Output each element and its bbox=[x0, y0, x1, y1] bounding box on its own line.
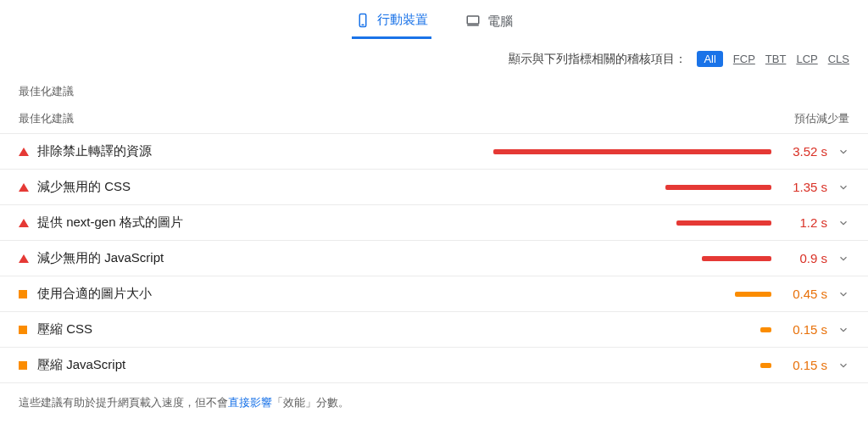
opportunity-row[interactable]: 使用合適的圖片大小0.45 s bbox=[0, 276, 868, 311]
footnote-text-pre: 這些建議有助於提升網頁載入速度，但不會 bbox=[19, 396, 228, 409]
opportunity-row[interactable]: 壓縮 JavaScript0.15 s bbox=[0, 347, 868, 382]
savings-bar bbox=[665, 185, 771, 190]
opportunity-label: 使用合適的圖片大小 bbox=[37, 286, 493, 302]
square-icon bbox=[19, 326, 37, 334]
section-title: 最佳化建議 bbox=[0, 70, 868, 106]
savings-value: 1.35 s bbox=[771, 180, 827, 194]
chevron-down-icon bbox=[827, 324, 849, 336]
savings-value: 0.45 s bbox=[771, 287, 827, 301]
savings-value: 3.52 s bbox=[771, 144, 827, 159]
column-name: 最佳化建議 bbox=[19, 111, 493, 126]
savings-value: 1.2 s bbox=[771, 215, 827, 230]
opportunity-label: 提供 next-gen 格式的圖片 bbox=[37, 215, 493, 231]
savings-bar bbox=[493, 149, 771, 154]
chevron-down-icon bbox=[827, 288, 849, 300]
square-icon bbox=[19, 290, 37, 298]
desktop-icon bbox=[465, 14, 481, 29]
savings-bar-track bbox=[493, 363, 771, 368]
savings-bar-track bbox=[493, 292, 771, 297]
savings-bar-track bbox=[493, 256, 771, 261]
savings-bar-track bbox=[493, 220, 771, 226]
chevron-down-icon bbox=[827, 146, 849, 158]
opportunity-label: 減少無用的 JavaScript bbox=[37, 250, 493, 266]
opportunity-row[interactable]: 壓縮 CSS0.15 s bbox=[0, 311, 868, 347]
footnote: 這些建議有助於提升網頁載入速度，但不會直接影響「效能」分數。 bbox=[0, 382, 868, 417]
opportunity-row[interactable]: 減少無用的 CSS1.35 s bbox=[0, 169, 868, 204]
savings-bar bbox=[702, 256, 771, 261]
savings-bar-track bbox=[493, 327, 771, 332]
opportunity-label: 減少無用的 CSS bbox=[37, 179, 493, 195]
savings-value: 0.15 s bbox=[771, 322, 827, 337]
tab-desktop-label: 電腦 bbox=[487, 14, 513, 30]
metric-filter-label: 顯示與下列指標相關的稽核項目： bbox=[509, 52, 687, 67]
opportunity-row[interactable]: 減少無用的 JavaScript0.9 s bbox=[0, 240, 868, 276]
savings-bar bbox=[760, 363, 771, 368]
device-tabs: 行動裝置 電腦 bbox=[0, 0, 868, 39]
chip-tbt[interactable]: TBT bbox=[765, 53, 787, 65]
opportunity-label: 壓縮 CSS bbox=[37, 321, 493, 337]
savings-bar-track bbox=[493, 149, 771, 154]
footnote-text-post: 「效能」分數。 bbox=[272, 396, 349, 409]
opportunity-row[interactable]: 提供 next-gen 格式的圖片1.2 s bbox=[0, 204, 868, 240]
tab-mobile[interactable]: 行動裝置 bbox=[352, 5, 431, 39]
triangle-icon bbox=[19, 183, 37, 192]
svg-rect-2 bbox=[467, 16, 479, 24]
column-savings: 預估減少量 bbox=[775, 111, 849, 126]
tab-mobile-label: 行動裝置 bbox=[377, 12, 428, 28]
chip-cls[interactable]: CLS bbox=[828, 53, 849, 65]
triangle-icon bbox=[19, 219, 37, 227]
savings-bar bbox=[676, 220, 771, 226]
opportunity-table-header: 最佳化建議 預估減少量 bbox=[0, 106, 868, 133]
mobile-icon bbox=[355, 13, 370, 28]
opportunity-list: 排除禁止轉譯的資源3.52 s減少無用的 CSS1.35 s提供 next-ge… bbox=[0, 133, 868, 382]
metric-filter-chips: All FCP TBT LCP CLS bbox=[697, 51, 849, 67]
savings-bar bbox=[760, 327, 771, 332]
triangle-icon bbox=[19, 254, 37, 263]
opportunity-label: 壓縮 JavaScript bbox=[37, 357, 493, 373]
chevron-down-icon bbox=[827, 217, 849, 229]
chip-all[interactable]: All bbox=[697, 51, 722, 67]
chevron-down-icon bbox=[827, 253, 849, 265]
chevron-down-icon bbox=[827, 360, 849, 371]
tab-desktop[interactable]: 電腦 bbox=[462, 5, 516, 39]
savings-bar bbox=[735, 292, 771, 297]
savings-value: 0.9 s bbox=[771, 251, 827, 265]
opportunity-label: 排除禁止轉譯的資源 bbox=[37, 143, 493, 159]
savings-value: 0.15 s bbox=[771, 358, 827, 372]
triangle-icon bbox=[19, 148, 37, 156]
chip-fcp[interactable]: FCP bbox=[733, 53, 755, 65]
chevron-down-icon bbox=[827, 181, 849, 193]
opportunity-row[interactable]: 排除禁止轉譯的資源3.52 s bbox=[0, 133, 868, 169]
savings-bar-track bbox=[493, 185, 771, 190]
footnote-link[interactable]: 直接影響 bbox=[228, 396, 272, 409]
chip-lcp[interactable]: LCP bbox=[796, 53, 817, 65]
metric-filter-row: 顯示與下列指標相關的稽核項目： All FCP TBT LCP CLS bbox=[0, 39, 868, 70]
square-icon bbox=[19, 361, 37, 370]
